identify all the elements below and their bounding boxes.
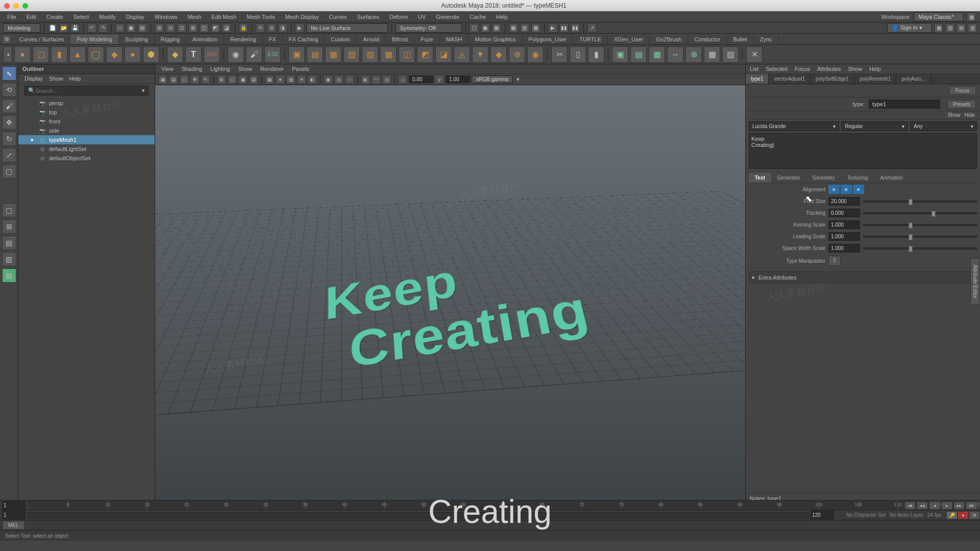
range-track[interactable] xyxy=(28,512,808,518)
anim-info[interactable]: 24 fps xyxy=(927,512,941,518)
history-icon[interactable]: ⟳ xyxy=(256,23,265,33)
step-fwd-icon[interactable]: ▸▸ xyxy=(953,502,965,510)
font-family-dropdown[interactable]: Lucida Grande▾ xyxy=(749,121,839,131)
shelf-tab-arnold[interactable]: Arnold xyxy=(357,35,386,44)
grease-icon[interactable]: ✎ xyxy=(201,75,210,84)
play-fwd-icon[interactable]: ▸ xyxy=(941,502,952,510)
duplicate-icon[interactable]: ▤ xyxy=(630,46,647,63)
symmetrize-icon[interactable]: ⊕ xyxy=(685,46,702,63)
outliner-toggle-icon[interactable]: ▤ xyxy=(2,268,16,283)
film-gate-icon[interactable]: ▢ xyxy=(228,75,237,84)
viewport-menu-lighting[interactable]: Lighting xyxy=(210,66,230,72)
dropdown-arrow-icon[interactable]: ▾ xyxy=(517,76,520,83)
smooth-icon[interactable]: ◉ xyxy=(527,46,544,63)
render-icon[interactable]: ▶ xyxy=(295,23,304,33)
tracking-field[interactable] xyxy=(828,209,860,217)
ae-tab-vectoradjust1[interactable]: vectorAdjust1 xyxy=(769,74,811,84)
offset-edge-icon[interactable]: ▮ xyxy=(588,46,604,63)
grid-toggle-icon[interactable]: ⊞ xyxy=(217,75,226,84)
menu-mesh-display[interactable]: Mesh Display xyxy=(281,13,323,21)
bridge-icon[interactable]: ◩ xyxy=(417,46,433,63)
extrude-icon[interactable]: ▩ xyxy=(380,46,397,63)
workspace-config-icon[interactable]: ▦ xyxy=(967,12,976,21)
2d-pan-icon[interactable]: ✥ xyxy=(190,75,200,84)
ipr-icon[interactable]: ▩ xyxy=(531,23,541,33)
kerning-slider[interactable] xyxy=(863,224,977,226)
go-start-icon[interactable]: ⏮ xyxy=(904,502,916,510)
instance-icon[interactable]: ▦ xyxy=(649,46,665,63)
motion-blur-icon[interactable]: 〰 xyxy=(372,75,381,84)
fontsize-field[interactable] xyxy=(828,197,860,206)
mirror-icon[interactable]: ▣ xyxy=(612,46,628,63)
extra-attributes-section[interactable]: ▸ Extra Attributes xyxy=(749,271,977,283)
shelf-tab-fx[interactable]: FX xyxy=(263,35,283,44)
anim-info[interactable]: No Anim Layer xyxy=(890,512,923,518)
lock-icon[interactable]: 🔒 xyxy=(239,23,248,33)
menu-generate[interactable]: Generate xyxy=(432,13,463,21)
ae-tab-type1[interactable]: type1 xyxy=(746,74,769,84)
poly-prism-icon[interactable]: ◆ xyxy=(167,46,183,63)
paint-select-icon[interactable]: 🖌 xyxy=(2,99,16,113)
shelf-tab-rendering[interactable]: Rendering xyxy=(224,35,263,44)
expand-icon[interactable]: ▾ xyxy=(31,137,36,143)
gate-mask-icon[interactable]: ▤ xyxy=(249,75,258,84)
four-pane-icon[interactable]: ⊞ xyxy=(2,219,16,234)
save-scene-icon[interactable]: 💾 xyxy=(70,23,80,33)
ae-tab-polysoftedge1[interactable]: polySoftEdge1 xyxy=(811,74,854,84)
lasso-tool-icon[interactable]: ⟲ xyxy=(2,83,16,97)
outliner-search[interactable]: 🔍 ▾ xyxy=(24,86,149,95)
gamma-icon[interactable]: γ xyxy=(435,75,444,84)
shelf-tab-bifrost[interactable]: Bifrost xyxy=(386,35,414,44)
menu-display[interactable]: Display xyxy=(122,13,149,21)
select-by-comp-icon[interactable]: ▣ xyxy=(127,23,136,33)
export-icon[interactable]: ↗ xyxy=(587,23,597,33)
show-button[interactable]: Show xyxy=(947,112,960,118)
menu-edit[interactable]: Edit xyxy=(22,13,40,21)
fill-hole-icon[interactable]: ◬ xyxy=(454,46,470,63)
poly-cylinder-icon[interactable]: ▮ xyxy=(51,46,67,63)
fontsize-slider[interactable] xyxy=(863,201,977,203)
delete-edge-icon[interactable]: ✕ xyxy=(746,46,763,63)
snap-grid-icon[interactable]: ⊞ xyxy=(155,23,164,33)
shaded-icon[interactable]: ● xyxy=(276,75,285,84)
shelf-tab-bullet[interactable]: Bullet xyxy=(727,35,754,44)
menu-mesh[interactable]: Mesh xyxy=(183,13,205,21)
snap-plane-icon[interactable]: ⊠ xyxy=(188,23,198,33)
step-back-icon[interactable]: ◂◂ xyxy=(917,502,928,510)
shelf-tab-rigging[interactable]: Rigging xyxy=(155,35,186,44)
difference-icon[interactable]: ▧ xyxy=(344,46,360,63)
scale-tool-icon[interactable]: ⤢ xyxy=(2,148,16,162)
soft-select-icon[interactable]: ◉ xyxy=(228,46,244,63)
history-toggle-icon[interactable]: ◑ xyxy=(278,23,287,33)
viewport-menu-renderer[interactable]: Renderer xyxy=(260,66,284,72)
ae-menu-list[interactable]: List xyxy=(750,66,758,72)
select-by-hier-icon[interactable]: ▤ xyxy=(138,23,147,33)
last-tool-icon[interactable]: ▢ xyxy=(2,164,16,179)
align-right-button[interactable]: ≡ xyxy=(853,185,864,194)
menu-deform[interactable]: Deform xyxy=(385,13,412,21)
combine-icon[interactable]: ▣ xyxy=(288,46,305,63)
ui-toggle-4-icon[interactable]: ▥ xyxy=(968,23,977,33)
go-end-icon[interactable]: ⏭ xyxy=(966,502,977,510)
shelf-toggle-icon[interactable]: ◂ xyxy=(3,46,12,63)
menu-cache[interactable]: Cache xyxy=(465,13,490,21)
menu-modify[interactable]: Modify xyxy=(95,13,119,21)
ae-inner-tab-animation[interactable]: Animation xyxy=(874,173,909,183)
viewport-3d[interactable]: Keep Creating persp xyxy=(155,85,745,544)
ae-menu-attributes[interactable]: Attributes xyxy=(817,66,841,72)
textured-icon[interactable]: ▨ xyxy=(286,75,296,84)
ae-inner-tab-texturing[interactable]: Texturing xyxy=(841,173,874,183)
tracking-slider[interactable] xyxy=(863,212,977,214)
minimize-window-icon[interactable] xyxy=(13,3,19,9)
ae-tab-polyremesh1[interactable]: polyRemesh1 xyxy=(854,74,896,84)
viewport-menu-show[interactable]: Show xyxy=(238,66,253,72)
two-pane-v-icon[interactable]: ▤ xyxy=(2,236,16,250)
camera-select-icon[interactable]: ▦ xyxy=(158,75,167,84)
shelf-tab-mash[interactable]: MASH xyxy=(440,35,469,44)
poly-type-icon[interactable]: T xyxy=(185,46,202,63)
history-off-icon[interactable]: ⊘ xyxy=(267,23,276,33)
ui-toggle-2-icon[interactable]: ▨ xyxy=(945,23,954,33)
dof-icon[interactable]: ◎ xyxy=(382,75,391,84)
shelf-tab-sculpting[interactable]: Sculpting xyxy=(119,35,155,44)
font-weight-dropdown[interactable]: Regular▾ xyxy=(841,121,908,131)
